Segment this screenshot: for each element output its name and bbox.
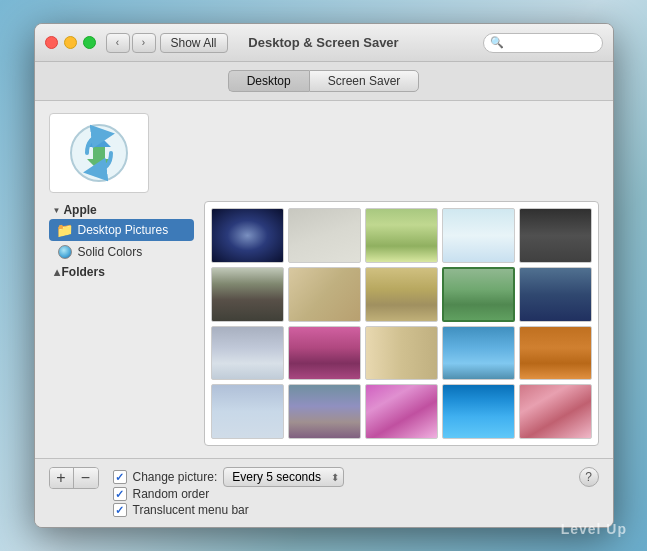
random-order-checkbox[interactable] [113, 487, 127, 501]
preview-box [49, 113, 149, 193]
sidebar: ▼ Apple 📁 Desktop Pictures Solid Colors [49, 201, 194, 446]
nav-back-button[interactable]: ‹ [106, 33, 130, 53]
change-picture-row: Change picture: Every 5 seconds [113, 467, 579, 487]
wallpaper-thumb-11[interactable] [288, 326, 361, 381]
wallpaper-thumb-0[interactable] [211, 208, 284, 263]
main-window: ‹ › Show All Desktop & Screen Saver 🔍 De… [34, 23, 614, 528]
search-box[interactable]: 🔍 [483, 33, 603, 53]
wallpaper-thumb-19[interactable] [519, 384, 592, 439]
wallpaper-thumb-2[interactable] [365, 208, 438, 263]
wallpaper-thumb-17[interactable] [365, 384, 438, 439]
wallpaper-thumb-14[interactable] [519, 326, 592, 381]
maximize-button[interactable] [83, 36, 96, 49]
apple-group-header[interactable]: ▼ Apple [49, 201, 194, 219]
change-picture-label: Change picture: [133, 470, 218, 484]
bottom-bar: + − Change picture: Every 5 seconds Rand… [35, 458, 613, 527]
wallpaper-thumb-15[interactable] [211, 384, 284, 439]
traffic-lights [45, 36, 96, 49]
change-picture-dropdown-wrapper: Every 5 seconds [223, 467, 344, 487]
sidebar-item-solid-colors-label: Solid Colors [78, 245, 143, 259]
translucent-menu-bar-row: Translucent menu bar [113, 503, 579, 517]
show-all-button[interactable]: Show All [160, 33, 228, 53]
apple-group-label: Apple [63, 203, 96, 217]
random-order-row: Random order [113, 487, 579, 501]
search-icon: 🔍 [490, 36, 504, 49]
minus-button[interactable]: − [74, 468, 98, 488]
translucent-menu-bar-checkbox[interactable] [113, 503, 127, 517]
minimize-button[interactable] [64, 36, 77, 49]
wallpaper-thumb-16[interactable] [288, 384, 361, 439]
wallpaper-grid [211, 208, 592, 439]
tab-desktop[interactable]: Desktop [228, 70, 309, 92]
title-bar: ‹ › Show All Desktop & Screen Saver 🔍 [35, 24, 613, 62]
wallpaper-thumb-3[interactable] [442, 208, 515, 263]
wallpaper-thumb-4[interactable] [519, 208, 592, 263]
main-content: ▼ Apple 📁 Desktop Pictures Solid Colors [35, 101, 613, 458]
folders-group-label: Folders [62, 265, 105, 279]
wallpaper-thumb-10[interactable] [211, 326, 284, 381]
nav-forward-button[interactable]: › [132, 33, 156, 53]
watermark: Level Up [561, 521, 627, 537]
two-column-layout: ▼ Apple 📁 Desktop Pictures Solid Colors [49, 201, 599, 446]
sidebar-item-solid-colors[interactable]: Solid Colors [49, 241, 194, 263]
plus-button[interactable]: + [50, 468, 74, 488]
translucent-menu-bar-label: Translucent menu bar [133, 503, 249, 517]
tab-bar: Desktop Screen Saver [35, 62, 613, 101]
checkboxes-col: Change picture: Every 5 seconds Random o… [113, 467, 579, 519]
wallpaper-thumb-18[interactable] [442, 384, 515, 439]
window-title: Desktop & Screen Saver [248, 35, 398, 50]
wallpaper-thumb-13[interactable] [442, 326, 515, 381]
preview-icon [67, 121, 131, 185]
random-order-label: Random order [133, 487, 210, 501]
wallpaper-thumb-9[interactable] [519, 267, 592, 322]
wallpaper-thumb-7[interactable] [365, 267, 438, 322]
sidebar-item-desktop-pictures[interactable]: 📁 Desktop Pictures [49, 219, 194, 241]
wallpaper-grid-panel [204, 201, 599, 446]
wallpaper-thumb-1[interactable] [288, 208, 361, 263]
wallpaper-thumb-6[interactable] [288, 267, 361, 322]
wallpaper-thumb-5[interactable] [211, 267, 284, 322]
folder-icon: 📁 [57, 222, 73, 238]
apple-triangle-icon: ▼ [53, 206, 61, 215]
folders-group-header[interactable]: ▶ Folders [49, 263, 194, 281]
wallpaper-thumb-8[interactable] [442, 267, 515, 322]
help-button[interactable]: ? [579, 467, 599, 487]
color-circle [58, 245, 72, 259]
change-picture-dropdown[interactable]: Every 5 seconds [223, 467, 344, 487]
solid-colors-icon [57, 244, 73, 260]
tab-segment: Desktop Screen Saver [228, 70, 420, 92]
plus-minus-group: + − [49, 467, 99, 489]
close-button[interactable] [45, 36, 58, 49]
change-picture-checkbox[interactable] [113, 470, 127, 484]
folders-triangle-icon: ▶ [51, 269, 60, 275]
nav-buttons: ‹ › [106, 33, 156, 53]
tab-screensaver[interactable]: Screen Saver [309, 70, 420, 92]
wallpaper-thumb-12[interactable] [365, 326, 438, 381]
sidebar-item-desktop-pictures-label: Desktop Pictures [78, 223, 169, 237]
